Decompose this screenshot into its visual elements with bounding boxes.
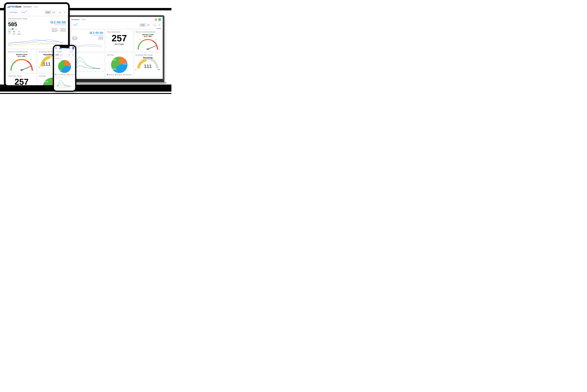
action-button[interactable]: Action <box>72 23 79 27</box>
theme-light[interactable]: Light <box>55 54 59 56</box>
add-button[interactable]: ＋ <box>158 18 161 21</box>
traffic-chart <box>56 79 74 87</box>
refresh-button[interactable] <box>58 11 62 14</box>
theme-light[interactable]: Light <box>45 11 51 14</box>
panel-total-calls: Total Calls Count 257 All Calls <box>7 74 36 85</box>
panel-call-type: Call Type 20.2% 43.2% 36.6% Incoming Out… <box>55 57 74 76</box>
panel-title: User Performance Today <box>8 18 66 20</box>
bell-icon: 🔔 <box>155 18 157 20</box>
refresh-menu[interactable] <box>158 24 161 26</box>
panel-service-level: Service Level/Abandoned Service Level SL… <box>7 50 36 72</box>
more-button[interactable] <box>72 47 74 49</box>
menu-button[interactable] <box>55 47 57 49</box>
refresh-icon <box>59 12 61 13</box>
theme-toggle[interactable]: Light Dark <box>55 54 64 56</box>
panel-service-level: Service Level/Abandoned Service Level SL… <box>134 30 162 52</box>
action-button[interactable]: Action <box>69 50 74 53</box>
theme-dark[interactable]: Dark <box>59 54 64 56</box>
pie-legend: Incoming Outgoing Abandoned <box>107 74 132 75</box>
idle-note: Idle time since the last call <box>51 24 66 25</box>
phone-device: PBXDom + Add Widget Action Light Dark Ca… <box>53 45 76 92</box>
nav-report[interactable]: Report <box>34 6 38 8</box>
refresh-button[interactable] <box>153 24 156 26</box>
tablet-toolbar: + Add Widget Action Light Dark <box>6 10 68 15</box>
laptop-toolbar: Action Light Dark <box>70 22 163 28</box>
laptop-base <box>66 82 167 84</box>
plus-icon: ＋ <box>159 18 160 20</box>
panel-incoming-gauge: Incoming Calls Gauge Incoming 111 0257 <box>134 53 162 77</box>
notifications-button[interactable]: 🔔 <box>154 18 157 21</box>
time-list: Talk Time10:13:27 Work hours08:00:00 Tot… <box>72 36 103 40</box>
pie-legend: Incoming Outgoing Abandoned <box>56 74 74 75</box>
refresh-icon <box>154 24 156 26</box>
phone-notch <box>60 46 70 48</box>
logo: PBXDom <box>7 5 21 8</box>
caret-down-icon <box>77 24 78 26</box>
logo-bars-icon <box>7 6 10 8</box>
theme-dark[interactable]: Dark <box>146 24 151 26</box>
nav-dashboard[interactable]: Dashboard <box>72 19 79 20</box>
ext-value: 585 <box>8 22 17 27</box>
sparkline-chart <box>72 42 103 49</box>
refresh-button[interactable] <box>68 54 70 56</box>
phone-toolbar-2: Light Dark <box>54 53 75 56</box>
tablet-topbar: PBXDom Dashboard Report <box>6 4 68 10</box>
refresh-menu[interactable] <box>64 12 66 13</box>
add-widget-button[interactable]: + Add Widget <box>55 50 63 53</box>
stopwatch-icon <box>90 32 92 34</box>
add-widget-button[interactable]: + Add Widget <box>7 11 19 14</box>
traffic-legend: • Incoming • Outgoing • Abandoned <box>56 87 74 88</box>
action-button[interactable]: Action <box>20 11 28 14</box>
theme-toggle[interactable]: Light Dark <box>140 23 152 27</box>
time-list: Talk Time10:13:27 Work hours08:00:00 Tot… <box>52 28 66 35</box>
call-type-pie: 20.2% 43.2% 36.6% <box>56 60 74 73</box>
laptop-device: Dashboard Report 🔔 ＋ Action Light Dark <box>68 15 164 82</box>
refresh-menu[interactable] <box>72 54 74 56</box>
caret-down-icon <box>72 54 74 55</box>
theme-dark[interactable]: Dark <box>51 11 57 14</box>
refresh-icon <box>68 54 70 56</box>
caret-down-icon <box>72 50 74 52</box>
phone-toolbar: + Add Widget Action <box>54 50 75 53</box>
caret-down-icon <box>159 25 160 25</box>
theme-toggle[interactable]: Light Dark <box>45 11 57 14</box>
stopwatch-icon <box>51 21 53 23</box>
nav-report[interactable]: Report <box>82 19 86 20</box>
laptop-topbar: Dashboard Report 🔔 ＋ <box>70 17 163 22</box>
x-axis: 121314151617181920 <box>72 71 103 72</box>
traffic-chart <box>72 54 103 70</box>
theme-light[interactable]: Light <box>140 24 146 26</box>
panel-call-traffic: Call Trafic Today • Incoming • Outgoing … <box>55 76 74 88</box>
call-type-pie: 20.2% 43.2% 36.6% <box>107 56 132 73</box>
caret-down-icon <box>64 12 66 13</box>
idle-clock: 2:45:58 <box>54 20 66 24</box>
panel-total-calls: Total Calls Count 257 All Calls <box>106 30 133 52</box>
nav-dashboard[interactable]: Dashboard <box>24 6 32 8</box>
panel-user-performance: User Performance Today User/Extension 58… <box>7 16 67 48</box>
panel-call-type: Call Type 20.2% 43.2% 36.6% Incoming Out… <box>106 53 133 77</box>
caret-down-icon <box>26 11 26 13</box>
